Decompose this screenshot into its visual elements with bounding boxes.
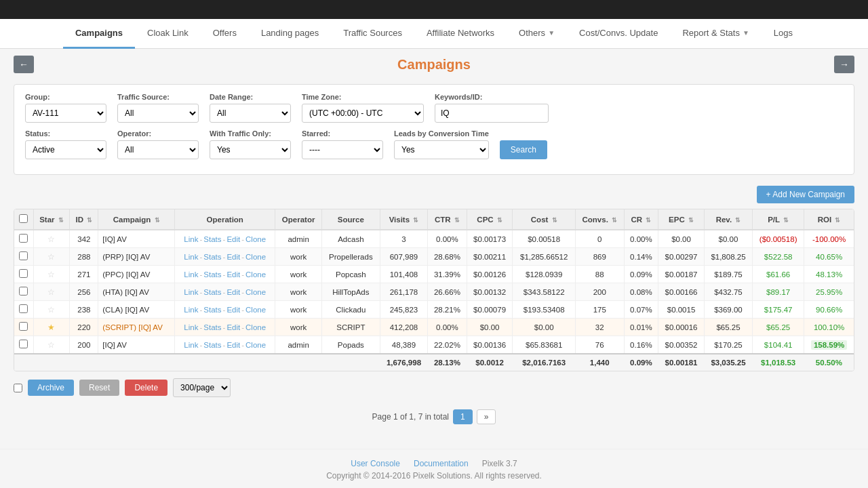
per-page-select[interactable]: 300/page [173,378,231,397]
rev-header[interactable]: Rev. ⇅ [704,209,752,230]
page-1-button[interactable]: 1 [453,409,473,424]
row-cpc: $0.00079 [467,301,513,319]
edit-link[interactable]: Edit [226,288,240,296]
pl-header[interactable]: P/L ⇅ [753,209,804,230]
cr-header[interactable]: CR ⇅ [624,209,658,230]
clone-link[interactable]: Clone [245,306,266,314]
star-empty-icon[interactable]: ☆ [47,306,55,314]
row-checkbox[interactable] [19,340,28,348]
timezone-label: Time Zone: [302,93,424,101]
user-console-link[interactable]: User Console [351,459,400,468]
star-empty-icon[interactable]: ☆ [47,253,55,261]
clone-link[interactable]: Clone [245,323,266,331]
star-empty-icon[interactable]: ☆ [47,235,55,243]
link-link[interactable]: Link [184,341,198,349]
table-row: ☆271(PPC) [IQ] AVLink-Stats-Edit-Clonewo… [14,266,854,283]
add-campaign-button[interactable]: + Add New Campaign [757,186,854,203]
row-source: Popcash [321,266,380,283]
nav-report-stats[interactable]: Report & Stats ▼ [670,19,761,49]
page-next-button[interactable]: » [477,409,496,424]
cost-header[interactable]: Cost ⇅ [513,209,576,230]
row-cr: 0.00% [624,230,658,248]
clone-link[interactable]: Clone [245,235,266,243]
link-link[interactable]: Link [184,323,198,331]
campaign-header[interactable]: Campaign ⇅ [98,209,175,230]
edit-link[interactable]: Edit [226,341,240,349]
edit-link[interactable]: Edit [226,306,240,314]
source-header[interactable]: Source [321,209,380,230]
stats-link[interactable]: Stats [203,253,221,261]
status-select[interactable]: Active [25,140,106,159]
nav-offers[interactable]: Offers [201,19,249,49]
documentation-link[interactable]: Documentation [414,459,469,468]
stats-link[interactable]: Stats [203,341,221,349]
select-all-bottom-checkbox[interactable] [14,384,22,392]
link-link[interactable]: Link [184,306,198,314]
row-checkbox[interactable] [19,322,28,331]
visits-header[interactable]: Visits ⇅ [380,209,427,230]
group-select[interactable]: AV-111 [25,104,106,123]
star-header[interactable]: Star ⇅ [33,209,70,230]
operator-select[interactable]: All [117,140,199,159]
nav-campaigns[interactable]: Campaigns [63,19,135,49]
cpc-header[interactable]: CPC ⇅ [467,209,513,230]
totals-visits: 1,676,998 [380,354,427,371]
edit-link[interactable]: Edit [226,253,240,261]
nav-others[interactable]: Others ▼ [507,19,567,49]
select-all-header[interactable] [14,209,33,230]
nav-cost-convs[interactable]: Cost/Convs. Update [567,19,670,49]
id-header[interactable]: ID ⇅ [70,209,98,230]
edit-link[interactable]: Edit [226,235,240,243]
link-link[interactable]: Link [184,270,198,279]
stats-link[interactable]: Stats [203,270,221,279]
clone-link[interactable]: Clone [245,341,266,349]
nav-logs[interactable]: Logs [762,19,805,49]
star-empty-icon[interactable]: ☆ [47,288,55,296]
stats-link[interactable]: Stats [203,288,221,296]
reset-button[interactable]: Reset [79,380,119,396]
row-checkbox[interactable] [19,269,28,278]
leads-by-select[interactable]: Yes [394,140,489,159]
keywords-input[interactable] [435,104,549,123]
row-checkbox[interactable] [19,251,28,260]
with-traffic-select[interactable]: Yes [210,140,291,159]
epc-header[interactable]: EPC ⇅ [658,209,705,230]
edit-link[interactable]: Edit [226,323,240,331]
starred-select[interactable]: ---- [302,140,383,159]
link-link[interactable]: Link [184,235,198,243]
row-checkbox[interactable] [19,304,28,313]
back-button[interactable]: ← [14,56,34,73]
date-range-select[interactable]: All [210,104,291,123]
select-all-checkbox[interactable] [19,214,28,223]
clone-link[interactable]: Clone [245,288,266,296]
clone-link[interactable]: Clone [245,270,266,279]
operation-header[interactable]: Operation [175,209,275,230]
search-button[interactable]: Search [500,140,547,159]
timezone-select[interactable]: (UTC +00:00) - UTC [302,104,424,123]
row-checkbox[interactable] [19,234,28,243]
stats-link[interactable]: Stats [203,235,221,243]
stats-link[interactable]: Stats [203,323,221,331]
star-filled-icon[interactable]: ★ [47,323,55,331]
nav-affiliate-networks[interactable]: Affiliate Networks [414,19,507,49]
stats-link[interactable]: Stats [203,306,221,314]
traffic-source-select[interactable]: All [117,104,199,123]
star-empty-icon[interactable]: ☆ [47,270,55,279]
edit-link[interactable]: Edit [226,270,240,279]
row-checkbox[interactable] [19,287,28,296]
link-link[interactable]: Link [184,253,198,261]
keywords-filter: Keywords/ID: [435,93,549,123]
operator-header[interactable]: Operator [275,209,321,230]
nav-cloak-link[interactable]: Cloak Link [135,19,201,49]
nav-traffic-sources[interactable]: Traffic Sources [331,19,414,49]
ctr-header[interactable]: CTR ⇅ [428,209,467,230]
clone-link[interactable]: Clone [245,253,266,261]
delete-button[interactable]: Delete [125,380,167,396]
nav-landing-pages[interactable]: Landing pages [249,19,331,49]
forward-button[interactable]: → [834,56,854,73]
roi-header[interactable]: ROI ⇅ [804,209,854,230]
star-empty-icon[interactable]: ☆ [47,341,55,349]
convs-header[interactable]: Convs. ⇅ [575,209,624,230]
archive-button[interactable]: Archive [28,380,74,396]
link-link[interactable]: Link [184,288,198,296]
